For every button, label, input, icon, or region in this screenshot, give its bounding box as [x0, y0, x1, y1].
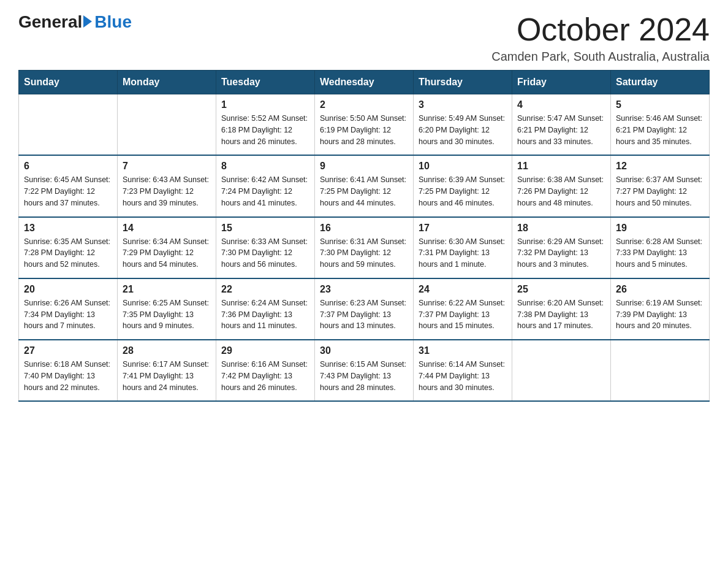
day-info: Sunrise: 6:24 AM Sunset: 7:36 PM Dayligh…: [221, 297, 309, 332]
day-info: Sunrise: 6:30 AM Sunset: 7:31 PM Dayligh…: [419, 236, 507, 270]
calendar-day-cell: 28Sunrise: 6:17 AM Sunset: 7:41 PM Dayli…: [118, 340, 216, 401]
calendar-day-cell: 18Sunrise: 6:29 AM Sunset: 7:32 PM Dayli…: [512, 217, 611, 278]
day-info: Sunrise: 6:42 AM Sunset: 7:24 PM Dayligh…: [221, 174, 309, 209]
calendar-day-cell: 2Sunrise: 5:50 AM Sunset: 6:19 PM Daylig…: [315, 94, 414, 156]
calendar-day-cell: [512, 340, 611, 401]
logo-blue-part: Blue: [82, 12, 132, 32]
calendar-week-row: 20Sunrise: 6:26 AM Sunset: 7:34 PM Dayli…: [19, 278, 710, 340]
day-info: Sunrise: 6:28 AM Sunset: 7:33 PM Dayligh…: [616, 236, 704, 270]
calendar-day-cell: 9Sunrise: 6:41 AM Sunset: 7:25 PM Daylig…: [315, 155, 414, 216]
calendar-day-cell: 24Sunrise: 6:22 AM Sunset: 7:37 PM Dayli…: [414, 278, 512, 340]
day-info: Sunrise: 6:20 AM Sunset: 7:38 PM Dayligh…: [517, 297, 605, 332]
calendar-day-cell: [611, 340, 710, 401]
day-number: 19: [616, 223, 704, 234]
day-info: Sunrise: 6:15 AM Sunset: 7:43 PM Dayligh…: [320, 359, 408, 393]
header: General Blue October 2024 Camden Park, S…: [18, 12, 710, 64]
day-number: 5: [616, 99, 704, 110]
calendar-day-cell: 15Sunrise: 6:33 AM Sunset: 7:30 PM Dayli…: [216, 217, 315, 278]
day-number: 2: [320, 99, 408, 110]
logo-general-text: General: [18, 12, 82, 32]
day-number: 25: [517, 284, 605, 295]
day-number: 13: [24, 223, 112, 234]
day-info: Sunrise: 6:17 AM Sunset: 7:41 PM Dayligh…: [123, 359, 211, 393]
day-number: 10: [419, 161, 507, 172]
page-title: October 2024: [491, 12, 710, 47]
day-info: Sunrise: 6:33 AM Sunset: 7:30 PM Dayligh…: [221, 236, 309, 270]
day-number: 14: [123, 223, 211, 234]
day-number: 1: [221, 99, 309, 110]
day-number: 28: [123, 345, 211, 356]
calendar-day-cell: 27Sunrise: 6:18 AM Sunset: 7:40 PM Dayli…: [19, 340, 118, 401]
day-info: Sunrise: 6:23 AM Sunset: 7:37 PM Dayligh…: [320, 297, 408, 332]
calendar-week-row: 1Sunrise: 5:52 AM Sunset: 6:18 PM Daylig…: [19, 94, 710, 156]
calendar-day-cell: 4Sunrise: 5:47 AM Sunset: 6:21 PM Daylig…: [512, 94, 611, 156]
calendar-day-cell: 13Sunrise: 6:35 AM Sunset: 7:28 PM Dayli…: [19, 217, 118, 278]
day-number: 30: [320, 345, 408, 356]
logo-area: General Blue: [18, 12, 132, 32]
calendar-day-cell: 7Sunrise: 6:43 AM Sunset: 7:23 PM Daylig…: [118, 155, 216, 216]
calendar-day-cell: [118, 94, 216, 156]
calendar-day-cell: 26Sunrise: 6:19 AM Sunset: 7:39 PM Dayli…: [611, 278, 710, 340]
calendar-day-cell: 30Sunrise: 6:15 AM Sunset: 7:43 PM Dayli…: [315, 340, 414, 401]
day-number: 8: [221, 161, 309, 172]
calendar-day-cell: 11Sunrise: 6:38 AM Sunset: 7:26 PM Dayli…: [512, 155, 611, 216]
logo-arrow-icon: [83, 15, 92, 28]
day-number: 24: [419, 284, 507, 295]
calendar-day-cell: 5Sunrise: 5:46 AM Sunset: 6:21 PM Daylig…: [611, 94, 710, 156]
day-info: Sunrise: 6:39 AM Sunset: 7:25 PM Dayligh…: [419, 174, 507, 209]
calendar-header-cell: Tuesday: [216, 71, 315, 94]
calendar-header-cell: Sunday: [19, 71, 118, 94]
day-info: Sunrise: 6:19 AM Sunset: 7:39 PM Dayligh…: [616, 297, 704, 332]
day-info: Sunrise: 6:14 AM Sunset: 7:44 PM Dayligh…: [419, 359, 507, 393]
day-info: Sunrise: 6:26 AM Sunset: 7:34 PM Dayligh…: [24, 297, 112, 332]
calendar-day-cell: 23Sunrise: 6:23 AM Sunset: 7:37 PM Dayli…: [315, 278, 414, 340]
day-number: 23: [320, 284, 408, 295]
page-subtitle: Camden Park, South Australia, Australia: [491, 50, 710, 64]
day-info: Sunrise: 6:31 AM Sunset: 7:30 PM Dayligh…: [320, 236, 408, 270]
calendar-header-row: SundayMondayTuesdayWednesdayThursdayFrid…: [19, 71, 710, 94]
calendar-day-cell: 1Sunrise: 5:52 AM Sunset: 6:18 PM Daylig…: [216, 94, 315, 156]
calendar-day-cell: 3Sunrise: 5:49 AM Sunset: 6:20 PM Daylig…: [414, 94, 512, 156]
calendar-week-row: 6Sunrise: 6:45 AM Sunset: 7:22 PM Daylig…: [19, 155, 710, 216]
day-number: 21: [123, 284, 211, 295]
calendar-week-row: 27Sunrise: 6:18 AM Sunset: 7:40 PM Dayli…: [19, 340, 710, 401]
calendar-week-row: 13Sunrise: 6:35 AM Sunset: 7:28 PM Dayli…: [19, 217, 710, 278]
calendar-day-cell: [19, 94, 118, 156]
calendar-day-cell: 20Sunrise: 6:26 AM Sunset: 7:34 PM Dayli…: [19, 278, 118, 340]
day-info: Sunrise: 6:34 AM Sunset: 7:29 PM Dayligh…: [123, 236, 211, 270]
calendar-day-cell: 14Sunrise: 6:34 AM Sunset: 7:29 PM Dayli…: [118, 217, 216, 278]
day-number: 9: [320, 161, 408, 172]
calendar-day-cell: 12Sunrise: 6:37 AM Sunset: 7:27 PM Dayli…: [611, 155, 710, 216]
day-number: 29: [221, 345, 309, 356]
day-info: Sunrise: 5:47 AM Sunset: 6:21 PM Dayligh…: [517, 113, 605, 147]
calendar-day-cell: 29Sunrise: 6:16 AM Sunset: 7:42 PM Dayli…: [216, 340, 315, 401]
day-info: Sunrise: 6:18 AM Sunset: 7:40 PM Dayligh…: [24, 359, 112, 393]
calendar-header-cell: Thursday: [414, 71, 512, 94]
day-number: 6: [24, 161, 112, 172]
day-number: 17: [419, 223, 507, 234]
logo-blue-text: Blue: [94, 12, 132, 32]
day-info: Sunrise: 6:41 AM Sunset: 7:25 PM Dayligh…: [320, 174, 408, 209]
calendar-header-cell: Saturday: [611, 71, 710, 94]
calendar-header: SundayMondayTuesdayWednesdayThursdayFrid…: [19, 71, 710, 94]
day-info: Sunrise: 6:29 AM Sunset: 7:32 PM Dayligh…: [517, 236, 605, 270]
calendar-day-cell: 25Sunrise: 6:20 AM Sunset: 7:38 PM Dayli…: [512, 278, 611, 340]
day-info: Sunrise: 5:49 AM Sunset: 6:20 PM Dayligh…: [419, 113, 507, 147]
day-info: Sunrise: 6:22 AM Sunset: 7:37 PM Dayligh…: [419, 297, 507, 332]
calendar-day-cell: 17Sunrise: 6:30 AM Sunset: 7:31 PM Dayli…: [414, 217, 512, 278]
day-info: Sunrise: 6:35 AM Sunset: 7:28 PM Dayligh…: [24, 236, 112, 270]
day-info: Sunrise: 6:43 AM Sunset: 7:23 PM Dayligh…: [123, 174, 211, 209]
title-area: October 2024 Camden Park, South Australi…: [491, 12, 710, 64]
day-info: Sunrise: 5:46 AM Sunset: 6:21 PM Dayligh…: [616, 113, 704, 147]
calendar-day-cell: 22Sunrise: 6:24 AM Sunset: 7:36 PM Dayli…: [216, 278, 315, 340]
calendar-header-cell: Wednesday: [315, 71, 414, 94]
day-number: 16: [320, 223, 408, 234]
day-number: 18: [517, 223, 605, 234]
calendar-day-cell: 16Sunrise: 6:31 AM Sunset: 7:30 PM Dayli…: [315, 217, 414, 278]
day-number: 20: [24, 284, 112, 295]
day-info: Sunrise: 5:50 AM Sunset: 6:19 PM Dayligh…: [320, 113, 408, 147]
day-info: Sunrise: 6:25 AM Sunset: 7:35 PM Dayligh…: [123, 297, 211, 332]
day-info: Sunrise: 6:16 AM Sunset: 7:42 PM Dayligh…: [221, 359, 309, 393]
day-number: 31: [419, 345, 507, 356]
calendar-day-cell: 8Sunrise: 6:42 AM Sunset: 7:24 PM Daylig…: [216, 155, 315, 216]
